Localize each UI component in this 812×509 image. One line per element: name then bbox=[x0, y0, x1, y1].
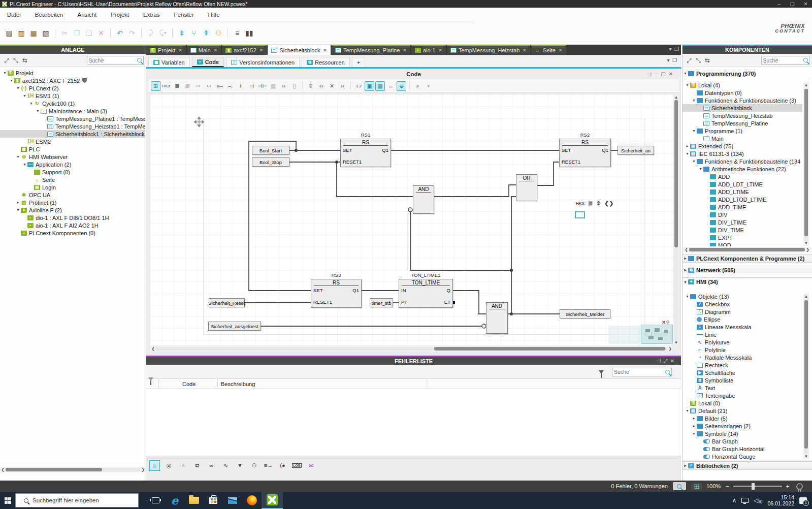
close-tab-icon[interactable]: ✕ bbox=[214, 48, 218, 53]
fit-to-screen-icon[interactable]: ⊞ bbox=[691, 483, 702, 490]
tray-expand-icon[interactable]: ∧ bbox=[732, 497, 736, 504]
sync-selection-icon[interactable]: ⇆ bbox=[20, 57, 29, 64]
expand-all-icon[interactable]: ⤢ bbox=[2, 57, 11, 64]
section-bibliotheken[interactable]: ▸ ≡ Bibliotheken (2) bbox=[683, 461, 812, 470]
tree-item[interactable]: Support (0) bbox=[0, 168, 145, 176]
close-button[interactable]: ✕ bbox=[804, 1, 808, 7]
minimize-button[interactable]: – bbox=[778, 1, 781, 7]
tree-item[interactable]: DIV_TIME bbox=[683, 226, 802, 234]
tab-axcf2152[interactable]: ▮axcf2152✕ bbox=[222, 45, 267, 55]
expander-icon[interactable]: ▾ bbox=[685, 408, 690, 413]
pin-reset1[interactable]: RESET1 bbox=[313, 299, 332, 305]
join-wire-icon[interactable]: ›‹ bbox=[338, 81, 347, 91]
more-options-icon[interactable]: ▾ bbox=[424, 81, 433, 91]
tree-item[interactable]: ▪aio-1 : AXL F AI2 AO2 1H bbox=[0, 221, 145, 229]
tree-item[interactable]: ∿Diagramm bbox=[683, 308, 802, 315]
edge-icon[interactable]: e bbox=[165, 492, 184, 509]
fehlerliste-body[interactable] bbox=[146, 389, 681, 456]
tree-item[interactable]: 1HESM2 bbox=[0, 138, 145, 145]
pan-mode-icon[interactable]: ⬙ bbox=[397, 81, 406, 91]
plcnext-engineer-taskbar-icon[interactable] bbox=[262, 492, 283, 509]
tree-item[interactable]: ▾⊕HMI Webserver bbox=[0, 153, 145, 161]
search-filter-icon[interactable] bbox=[137, 58, 142, 62]
copy-icon[interactable]: ❐ bbox=[71, 28, 82, 38]
collapse-all-icon[interactable]: ⤡ bbox=[11, 57, 20, 64]
fb-block-and1[interactable]: AND bbox=[413, 185, 434, 214]
grid-gray-icon[interactable]: ▦ bbox=[268, 81, 278, 91]
tab-main[interactable]: ▫Main✕ bbox=[187, 45, 221, 55]
tree-item[interactable]: ▭TempMessung_Heizstab bbox=[683, 112, 802, 119]
expander-icon[interactable]: ▾ bbox=[15, 154, 21, 159]
prog-tree-hscrollbar[interactable]: ❮ ❯ bbox=[684, 247, 810, 252]
column-extra[interactable] bbox=[427, 379, 528, 390]
weight-icon[interactable]: ▼ bbox=[235, 460, 245, 471]
log-icon[interactable]: LOG bbox=[291, 460, 302, 471]
subtab-code[interactable]: ‹›Code bbox=[192, 57, 224, 67]
canvas-hscrollbar[interactable]: ❮ ❯ bbox=[150, 346, 673, 352]
toggle-icon[interactable]: (● bbox=[277, 460, 288, 471]
delete-icon[interactable]: ✕ bbox=[95, 28, 107, 38]
overview-minimap[interactable] bbox=[608, 326, 673, 344]
watch-icon[interactable]: ∞ bbox=[206, 460, 217, 471]
tree-item[interactable]: ▭TempMessung_Platine1 : TempMessur bbox=[0, 115, 145, 122]
tree-item[interactable]: ▭Sicherheitsblock1 : Sicherheitsblock bbox=[0, 130, 145, 138]
tree-item[interactable]: DIV bbox=[683, 211, 802, 218]
taskbar-clock[interactable]: 15:14 06.01.2022 bbox=[767, 494, 794, 506]
align-lines-2-icon[interactable]: ≣ bbox=[183, 81, 192, 91]
expander-icon[interactable]: ▸ bbox=[15, 200, 21, 205]
menu-bearbeiten[interactable]: Bearbeiten bbox=[28, 12, 71, 18]
menu-projekt[interactable]: Projekt bbox=[104, 12, 136, 18]
pin-icon[interactable]: ⊣ bbox=[647, 71, 655, 77]
scroll-up-icon[interactable]: ▲ bbox=[804, 294, 808, 299]
pin-reset1[interactable]: RESET1 bbox=[562, 159, 580, 165]
pin-set[interactable]: SET bbox=[562, 147, 571, 153]
hmi-tree-vscrollbar[interactable]: ▲ ▼ bbox=[803, 294, 809, 459]
tree-item[interactable]: DIV_LTIME bbox=[683, 218, 802, 226]
tree-item[interactable]: AText bbox=[683, 384, 802, 392]
scroll-right-icon[interactable]: ❯ bbox=[667, 346, 673, 351]
network-icon[interactable] bbox=[741, 498, 749, 503]
tree-item[interactable]: ∿Polykurve bbox=[683, 338, 802, 346]
expander-icon[interactable]: ▸ bbox=[691, 416, 697, 421]
open-project-icon[interactable]: ▥ bbox=[16, 28, 27, 38]
subtab-window-icons[interactable]: ▾ ❐ bbox=[667, 57, 677, 63]
tree-item[interactable]: ✓Checkbox bbox=[683, 300, 802, 308]
pin-q[interactable]: Q bbox=[447, 288, 450, 293]
close-tab-icon[interactable]: ✕ bbox=[523, 48, 527, 53]
filter-icon[interactable] bbox=[599, 370, 604, 374]
tree-item[interactable]: Bar Graph Horizontal bbox=[683, 445, 802, 453]
tree-item[interactable]: ▾▫MainInstance : Main (3) bbox=[0, 107, 145, 115]
fb-block-rs3[interactable]: RSSETRESET1Q1 bbox=[311, 279, 362, 308]
close-tab-icon[interactable]: ✕ bbox=[178, 48, 182, 53]
tree-item[interactable]: ▪dio-1 : AXL F DI8/1 DO8/1 1H bbox=[0, 214, 145, 221]
anlage-search-input[interactable] bbox=[89, 57, 138, 63]
action-center-icon[interactable] bbox=[799, 497, 807, 504]
prog-tree-vscrollbar[interactable]: ▲ ▼ bbox=[803, 82, 809, 246]
scroll-left-icon[interactable]: ❮ bbox=[0, 467, 6, 472]
expander-icon[interactable]: ▾ bbox=[22, 162, 27, 167]
menu-datei[interactable]: Datei bbox=[0, 12, 28, 18]
tab-projekt[interactable]: ⚿Projekt✕ bbox=[146, 45, 186, 55]
search-filter-icon[interactable] bbox=[665, 370, 670, 374]
user-icon[interactable]: ⚇ bbox=[249, 460, 259, 471]
connect-right-icon[interactable]: ›·› bbox=[204, 81, 214, 91]
paste-icon[interactable]: ❏ bbox=[83, 28, 94, 38]
tree-item[interactable]: ▾↻Cyclic100 (1) bbox=[0, 100, 145, 107]
columns-icon[interactable]: ▮▮ bbox=[244, 28, 255, 38]
expander-icon[interactable]: ▾ bbox=[683, 71, 688, 76]
variable-sicherheit_reset[interactable]: Sicherheit_Reset bbox=[209, 298, 245, 307]
close-tab-icon[interactable]: ✕ bbox=[403, 48, 407, 53]
stretch-vertical-icon[interactable]: ⇕ bbox=[306, 81, 315, 91]
close-tab-icon[interactable]: ✕ bbox=[559, 48, 563, 53]
zoom-out-icon[interactable]: − bbox=[726, 483, 729, 489]
collapse-all-icon[interactable]: ⤡ bbox=[694, 57, 703, 64]
tree-item[interactable]: ▦PLC bbox=[0, 145, 145, 153]
expander-icon[interactable]: ▸ bbox=[683, 256, 688, 261]
popout-icon[interactable]: ⤢ bbox=[664, 358, 670, 364]
expander-icon[interactable]: ▾ bbox=[698, 167, 703, 171]
tab-tempmessung_heizstab[interactable]: ▭TempMessung_Heizstab✕ bbox=[447, 45, 530, 55]
tree-item[interactable]: ▤Login bbox=[0, 183, 145, 191]
variable-bool_start[interactable]: Bool_Start bbox=[252, 146, 289, 155]
compile-icon[interactable]: ⑂ bbox=[188, 28, 200, 38]
menu-hilfe[interactable]: Hilfe bbox=[201, 12, 227, 18]
